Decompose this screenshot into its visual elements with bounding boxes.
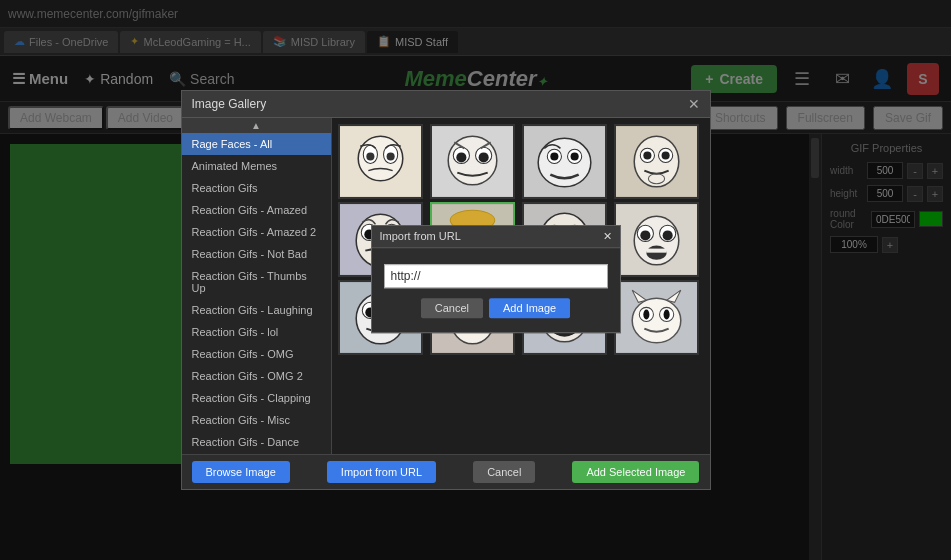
- svg-point-10: [456, 152, 466, 162]
- import-url-button[interactable]: Import from URL: [327, 461, 436, 483]
- svg-point-23: [662, 151, 670, 159]
- svg-rect-51: [647, 249, 667, 253]
- gallery-category-7[interactable]: Reaction Gifs - Laughing: [182, 299, 331, 321]
- svg-point-48: [641, 230, 651, 240]
- modal-title: Image Gallery: [192, 97, 267, 111]
- gallery-image-3[interactable]: [522, 124, 607, 199]
- gallery-category-3[interactable]: Reaction Gifs - Amazed: [182, 199, 331, 221]
- svg-point-49: [663, 230, 673, 240]
- import-url-header: Import from URL ✕: [372, 226, 620, 248]
- url-input[interactable]: [384, 264, 608, 288]
- url-add-button[interactable]: Add Image: [489, 298, 570, 318]
- svg-point-17: [571, 152, 579, 160]
- browse-image-button[interactable]: Browse Image: [192, 461, 290, 483]
- rage-face-8-svg: [616, 204, 697, 275]
- svg-point-76: [644, 309, 650, 319]
- svg-point-16: [550, 152, 558, 160]
- gallery-cancel-button[interactable]: Cancel: [473, 461, 535, 483]
- gallery-image-2[interactable]: [430, 124, 515, 199]
- modal-close-button[interactable]: ✕: [688, 96, 700, 112]
- svg-point-73: [632, 298, 681, 343]
- svg-point-4: [366, 152, 374, 160]
- gallery-category-10[interactable]: Reaction Gifs - OMG 2: [182, 365, 331, 387]
- svg-point-22: [644, 151, 652, 159]
- image-gallery-modal: Image Gallery ✕ ▲ Rage Faces - All Anima…: [181, 90, 711, 490]
- import-url-body: Cancel Add Image: [372, 248, 620, 332]
- gallery-category-11[interactable]: Reaction Gifs - Clapping: [182, 387, 331, 409]
- scroll-up-arrow[interactable]: ▲: [182, 118, 331, 133]
- gallery-category-2[interactable]: Reaction Gifs: [182, 177, 331, 199]
- rage-face-4-svg: [616, 126, 697, 197]
- gallery-sidebar: ▲ Rage Faces - All Animated Memes Reacti…: [182, 118, 332, 454]
- svg-point-11: [478, 152, 488, 162]
- import-url-title: Import from URL: [380, 230, 461, 243]
- gallery-category-1[interactable]: Animated Memes: [182, 155, 331, 177]
- gallery-category-5[interactable]: Reaction Gifs - Not Bad: [182, 243, 331, 265]
- svg-point-13: [538, 138, 591, 187]
- gallery-category-13[interactable]: Reaction Gifs - Dance: [182, 431, 331, 453]
- svg-point-5: [386, 152, 394, 160]
- svg-point-50: [647, 246, 667, 260]
- gallery-image-12[interactable]: [614, 280, 699, 355]
- svg-point-19: [634, 136, 679, 187]
- modal-header: Image Gallery ✕: [182, 91, 710, 118]
- rage-face-3-svg: [524, 126, 605, 197]
- url-cancel-button[interactable]: Cancel: [421, 298, 483, 318]
- gallery-image-8[interactable]: [614, 202, 699, 277]
- gallery-category-8[interactable]: Reaction Gifs - lol: [182, 321, 331, 343]
- rage-face-2-svg: [432, 126, 513, 197]
- rage-face-12-svg: [616, 282, 697, 353]
- gallery-category-6[interactable]: Reaction Gifs - Thumbs Up: [182, 265, 331, 299]
- import-url-footer: Cancel Add Image: [384, 298, 608, 322]
- add-selected-image-button[interactable]: Add Selected Image: [572, 461, 699, 483]
- import-url-dialog: Import from URL ✕ Cancel Add Image: [371, 225, 621, 333]
- gallery-category-9[interactable]: Reaction Gifs - OMG: [182, 343, 331, 365]
- gallery-image-1[interactable]: [338, 124, 423, 199]
- gallery-category-12[interactable]: Reaction Gifs - Misc: [182, 409, 331, 431]
- rage-face-1-svg: [340, 126, 421, 197]
- gallery-category-4[interactable]: Reaction Gifs - Amazed 2: [182, 221, 331, 243]
- modal-overlay: Image Gallery ✕ ▲ Rage Faces - All Anima…: [0, 0, 951, 560]
- gallery-image-4[interactable]: [614, 124, 699, 199]
- import-url-close[interactable]: ✕: [603, 230, 612, 243]
- svg-point-77: [664, 309, 670, 319]
- modal-footer: Browse Image Import from URL Cancel Add …: [182, 454, 710, 489]
- gallery-category-0[interactable]: Rage Faces - All: [182, 133, 331, 155]
